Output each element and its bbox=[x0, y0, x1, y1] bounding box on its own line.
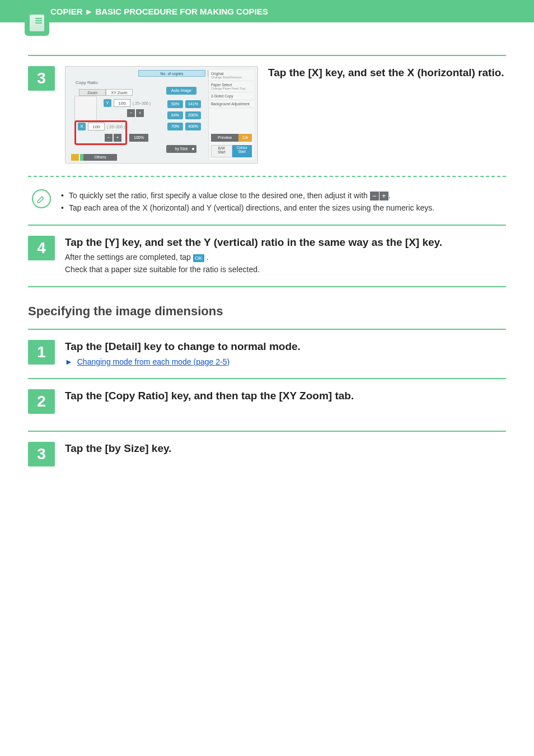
right-paper-select: Paper Select Change Paper Feed Tray bbox=[209, 81, 254, 92]
minus-icon: − bbox=[370, 192, 379, 200]
step3-title: Tap the [X] key, and set the X (horizont… bbox=[268, 66, 506, 80]
y-plus-minus: − + bbox=[127, 109, 144, 117]
tip-item: To quickly set the ratio, first specify … bbox=[61, 189, 506, 202]
preset-200: 200% bbox=[185, 111, 201, 119]
copies-label: No. of copies bbox=[138, 70, 205, 77]
right-paper-sub: Change Paper Feed Tray bbox=[211, 87, 252, 90]
divider bbox=[28, 225, 506, 226]
auto-image-button: Auto Image bbox=[166, 87, 196, 95]
preview-button: Preview bbox=[211, 134, 238, 142]
divider bbox=[28, 286, 506, 287]
step4-body2: Check that a paper size suitable for the… bbox=[65, 265, 260, 274]
original-preview-icon bbox=[74, 96, 97, 122]
stepb3-title: Tap the [by Size] key. bbox=[65, 442, 506, 456]
divider bbox=[28, 378, 506, 379]
divider bbox=[28, 431, 506, 432]
step-b3: 3 Tap the [by Size] key. bbox=[28, 442, 506, 466]
colour-start-button: ColourStart bbox=[232, 145, 252, 157]
copier-ui-screenshot: No. of copies 1 Copy Ratio OK Zoom XY Zo… bbox=[65, 66, 258, 164]
plus-icon: + bbox=[380, 192, 388, 200]
changing-mode-link[interactable]: Changing mode from each mode (page 2-5) bbox=[77, 357, 229, 366]
right-panel: Original Change Size/Direction. Paper Se… bbox=[208, 70, 254, 160]
plus-icon: + bbox=[136, 109, 144, 117]
header-doc-icon bbox=[25, 10, 49, 36]
step-4: 4 Tap the [Y] key, and set the Y (vertic… bbox=[28, 236, 506, 276]
stepb2-title: Tap the [Copy Ratio] key, and then tap t… bbox=[65, 389, 506, 403]
dashed-divider bbox=[28, 176, 506, 177]
breadcrumb-section: COPIER bbox=[50, 7, 83, 16]
x-range: ( 25~200 ) bbox=[107, 125, 125, 129]
preset-64: 64% bbox=[167, 111, 183, 119]
tab-xy-zoom: XY Zoom bbox=[106, 89, 133, 96]
plus-minus-icon: − + bbox=[370, 192, 388, 200]
preset-50: 50% bbox=[167, 100, 183, 108]
breadcrumb-separator-icon: ► bbox=[85, 7, 93, 16]
hundred-pct-button: 100% bbox=[129, 134, 148, 142]
step-b1: 1 Tap the [Detail] key to change to norm… bbox=[28, 340, 506, 368]
start-buttons: B/WStart ColourStart bbox=[211, 145, 252, 157]
step-number: 2 bbox=[28, 389, 55, 414]
right-2sided: 2-Sided Copy bbox=[209, 92, 254, 100]
step4-body1b: . bbox=[207, 253, 209, 262]
others-button: Others bbox=[83, 154, 117, 161]
stepb1-body: ► Changing mode from each mode (page 2-5… bbox=[65, 356, 506, 368]
favorite-icon bbox=[71, 154, 79, 161]
tab-zoom: Zoom bbox=[79, 89, 106, 96]
tip-list: To quickly set the ratio, first specify … bbox=[61, 189, 506, 214]
x-plus-minus: − + bbox=[105, 134, 121, 142]
step-number: 3 bbox=[28, 66, 55, 91]
tip-block: To quickly set the ratio, first specify … bbox=[28, 189, 506, 214]
stepb1-title: Tap the [Detail] key to change to normal… bbox=[65, 340, 506, 354]
tip-item: Tap each area of the X (horizontal) and … bbox=[61, 202, 506, 214]
right-original: Original Change Size/Direction. bbox=[209, 70, 254, 81]
y-ratio-row: Y 100 ( 25~200 ) bbox=[104, 99, 151, 107]
minus-icon: − bbox=[127, 109, 135, 117]
step-b2: 2 Tap the [Copy Ratio] key, and then tap… bbox=[28, 389, 506, 414]
preset-400: 400% bbox=[185, 123, 201, 130]
right-bg-adj: Background Adjustment bbox=[209, 100, 254, 108]
copy-ratio-label: Copy Ratio bbox=[76, 80, 98, 85]
divider bbox=[28, 55, 506, 56]
ok-icon: OK bbox=[193, 254, 204, 262]
step-number: 4 bbox=[28, 236, 55, 260]
tip1-b: . bbox=[388, 191, 391, 200]
plus-icon: + bbox=[114, 134, 121, 142]
x-key: X bbox=[78, 123, 86, 130]
preset-141: 141% bbox=[185, 100, 201, 108]
right-original-sub: Change Size/Direction. bbox=[211, 76, 252, 79]
by-size-button: by Size bbox=[166, 145, 196, 153]
breadcrumb-page: BASIC PROCEDURE FOR MAKING COPIES bbox=[95, 7, 268, 16]
step-number: 3 bbox=[28, 442, 55, 466]
right-paper-label: Paper Select bbox=[211, 83, 252, 87]
bw-start-button: B/WStart bbox=[211, 145, 232, 157]
right-original-label: Original bbox=[211, 72, 252, 76]
y-key: Y bbox=[104, 99, 111, 107]
tip1-a: To quickly set the ratio, first specify … bbox=[69, 191, 370, 200]
ratio-tabs: Zoom XY Zoom bbox=[79, 89, 133, 96]
step4-body: After the settings are completed, tap OK… bbox=[65, 251, 506, 276]
x-value: 100 bbox=[88, 123, 105, 130]
step4-title: Tap the [Y] key, and set the Y (vertical… bbox=[65, 236, 506, 250]
pencil-note-icon bbox=[32, 189, 51, 208]
preview-row: Preview CA bbox=[211, 134, 252, 142]
x-ratio-row: X 100 ( 25~200 ) bbox=[78, 123, 125, 130]
ca-button: CA bbox=[238, 134, 252, 142]
step4-body1a: After the settings are completed, tap bbox=[65, 253, 193, 262]
minus-icon: − bbox=[105, 134, 113, 142]
step-3: 3 No. of copies 1 Copy Ratio OK Zoom XY … bbox=[28, 66, 506, 164]
arrow-icon: ► bbox=[65, 357, 73, 366]
y-range: ( 25~200 ) bbox=[133, 101, 151, 105]
y-value: 100 bbox=[114, 99, 130, 107]
preset-70: 70% bbox=[167, 123, 183, 130]
header-bar: COPIER►BASIC PROCEDURE FOR MAKING COPIES bbox=[0, 0, 534, 22]
section-heading: Specifying the image dimensions bbox=[28, 304, 506, 319]
divider bbox=[28, 329, 506, 330]
breadcrumb: COPIER►BASIC PROCEDURE FOR MAKING COPIES bbox=[50, 7, 268, 16]
step-number: 1 bbox=[28, 340, 55, 365]
